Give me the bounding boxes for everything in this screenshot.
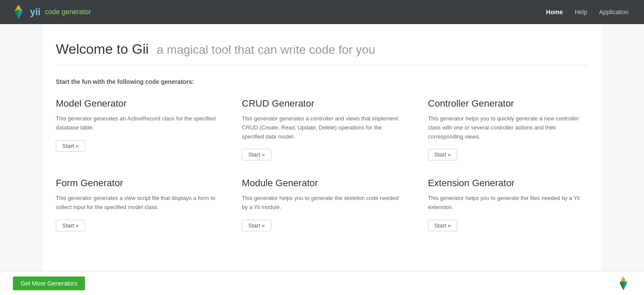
nav-link-application[interactable]: Application xyxy=(594,6,634,18)
generator-card-form: Form Generator This generator generates … xyxy=(56,178,216,231)
brand-logo[interactable]: yii code generator xyxy=(10,4,91,20)
generator-title-extension: Extension Generator xyxy=(428,178,588,189)
generators-grid: Model Generator This generator generates… xyxy=(56,98,588,231)
generator-desc-module: This generator helps you to generate the… xyxy=(242,194,402,212)
generator-desc-crud: This generator generates a controller an… xyxy=(242,114,402,141)
bottom-bar: Get More Generators xyxy=(0,271,644,295)
nav-item-help[interactable]: Help xyxy=(570,8,592,16)
svg-marker-3 xyxy=(18,9,23,19)
title-divider xyxy=(56,65,588,65)
generator-desc-controller: This generator helps you to quickly gene… xyxy=(428,114,588,141)
main-content: Welcome to Gii a magical tool that can w… xyxy=(43,24,601,295)
generator-card-controller: Controller Generator This generator help… xyxy=(428,98,588,160)
start-button-module[interactable]: Start » xyxy=(242,220,271,231)
bottom-logo-icon xyxy=(616,276,631,291)
nav-item-home[interactable]: Home xyxy=(541,8,568,16)
start-button-controller[interactable]: Start » xyxy=(428,149,457,160)
generator-card-module: Module Generator This generator helps yo… xyxy=(242,178,402,231)
generator-desc-model: This generator generates an ActiveRecord… xyxy=(56,114,216,132)
nav-menu: Home Help Application xyxy=(541,8,634,16)
generator-desc-extension: This generator helps you to generate the… xyxy=(428,194,588,212)
generator-card-model: Model Generator This generator generates… xyxy=(56,98,216,160)
nav-link-help[interactable]: Help xyxy=(570,6,592,18)
start-button-extension[interactable]: Start » xyxy=(428,220,457,231)
get-more-button[interactable]: Get More Generators xyxy=(13,277,85,290)
start-button-model[interactable]: Start » xyxy=(56,140,85,152)
generator-title-crud: CRUD Generator xyxy=(242,98,402,109)
generator-title-form: Form Generator xyxy=(56,178,216,189)
navbar: yii code generator Home Help Application xyxy=(0,0,644,24)
generator-title-module: Module Generator xyxy=(242,178,402,189)
nav-item-application[interactable]: Application xyxy=(594,8,634,16)
generator-card-extension: Extension Generator This generator helps… xyxy=(428,178,588,231)
generator-card-crud: CRUD Generator This generator generates … xyxy=(242,98,402,160)
start-button-crud[interactable]: Start » xyxy=(242,149,271,160)
brand-subtitle: code generator xyxy=(45,8,91,16)
intro-text: Start the fun with the following code ge… xyxy=(56,78,588,85)
generator-title-model: Model Generator xyxy=(56,98,216,109)
svg-marker-2 xyxy=(15,9,19,19)
nav-link-home[interactable]: Home xyxy=(541,6,568,18)
yii-logo-icon xyxy=(10,4,27,20)
svg-marker-7 xyxy=(623,281,627,290)
brand-name: yii xyxy=(30,6,40,18)
generator-title-controller: Controller Generator xyxy=(428,98,588,109)
svg-marker-6 xyxy=(620,281,623,290)
page-subtitle: a magical tool that can write code for y… xyxy=(157,43,375,56)
generator-desc-form: This generator generates a view script f… xyxy=(56,194,216,212)
start-button-form[interactable]: Start » xyxy=(56,220,85,231)
page-title: Welcome to Gii a magical tool that can w… xyxy=(56,41,588,57)
